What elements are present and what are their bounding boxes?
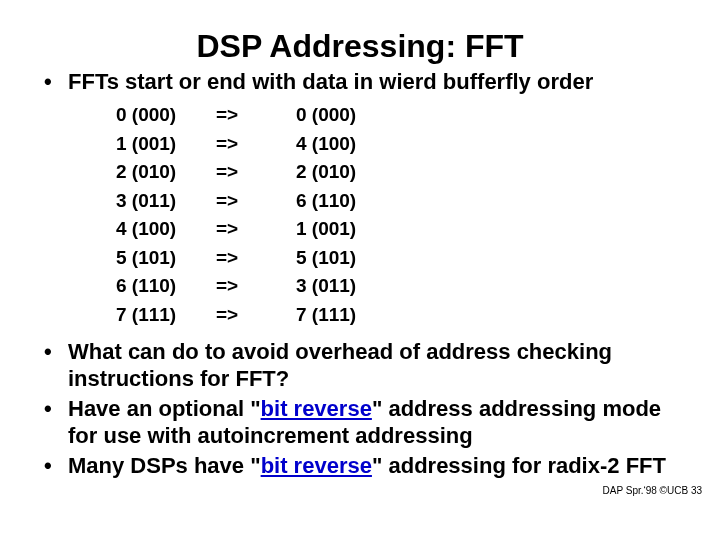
map-left: 1 (001): [116, 130, 216, 159]
bullet-list: What can do to avoid overhead of address…: [40, 339, 680, 479]
map-arrow: =>: [216, 272, 296, 301]
map-right: 6 (110): [296, 187, 416, 216]
map-right: 5 (101): [296, 244, 416, 273]
map-arrow: =>: [216, 301, 296, 330]
bullet-text: Many DSPs have ": [68, 453, 261, 478]
map-left: 0 (000): [116, 101, 216, 130]
map-arrow: =>: [216, 187, 296, 216]
map-left: 2 (010): [116, 158, 216, 187]
map-arrow: =>: [216, 158, 296, 187]
bit-reverse-mapping: 0 (000) => 0 (000) 1 (001) => 4 (100) 2 …: [116, 101, 680, 329]
mapping-row: 1 (001) => 4 (100): [116, 130, 680, 159]
mapping-row: 2 (010) => 2 (010): [116, 158, 680, 187]
map-right: 4 (100): [296, 130, 416, 159]
mapping-row: 6 (110) => 3 (011): [116, 272, 680, 301]
map-right: 7 (111): [296, 301, 416, 330]
bit-reverse-link[interactable]: bit reverse: [261, 396, 372, 421]
bullet-text: " addressing for radix-2 FFT: [372, 453, 666, 478]
mapping-row: 0 (000) => 0 (000): [116, 101, 680, 130]
bullet-item: Have an optional "bit reverse" address a…: [40, 396, 680, 449]
slide-title: DSP Addressing: FFT: [40, 28, 680, 65]
mapping-row: 5 (101) => 5 (101): [116, 244, 680, 273]
map-left: 4 (100): [116, 215, 216, 244]
mapping-row: 3 (011) => 6 (110): [116, 187, 680, 216]
bullet-item: What can do to avoid overhead of address…: [40, 339, 680, 392]
bit-reverse-link[interactable]: bit reverse: [261, 453, 372, 478]
bullet-text: Have an optional ": [68, 396, 261, 421]
map-right: 0 (000): [296, 101, 416, 130]
mapping-row: 4 (100) => 1 (001): [116, 215, 680, 244]
map-right: 3 (011): [296, 272, 416, 301]
map-arrow: =>: [216, 101, 296, 130]
map-left: 7 (111): [116, 301, 216, 330]
slide-footer: DAP Spr.‘98 ©UCB 33: [603, 485, 702, 496]
map-left: 6 (110): [116, 272, 216, 301]
bullet-item: FFTs start or end with data in wierd buf…: [40, 69, 680, 95]
map-right: 1 (001): [296, 215, 416, 244]
mapping-row: 7 (111) => 7 (111): [116, 301, 680, 330]
map-arrow: =>: [216, 244, 296, 273]
map-arrow: =>: [216, 130, 296, 159]
map-left: 5 (101): [116, 244, 216, 273]
map-left: 3 (011): [116, 187, 216, 216]
map-right: 2 (010): [296, 158, 416, 187]
bullet-item: Many DSPs have "bit reverse" addressing …: [40, 453, 680, 479]
bullet-list: FFTs start or end with data in wierd buf…: [40, 69, 680, 95]
map-arrow: =>: [216, 215, 296, 244]
slide: DSP Addressing: FFT FFTs start or end wi…: [0, 0, 720, 540]
